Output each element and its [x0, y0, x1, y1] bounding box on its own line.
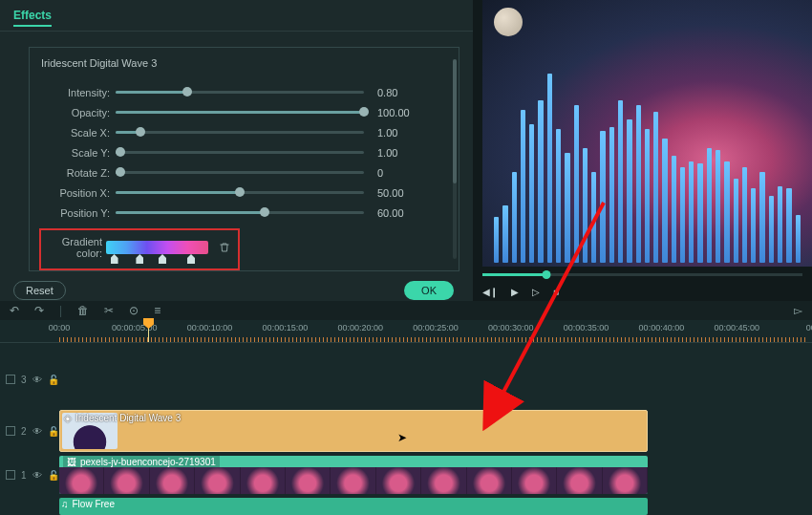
prop-label: Scale Y:	[39, 147, 116, 159]
tab-effects[interactable]: Effects	[13, 6, 52, 27]
clip-effect[interactable]: ◈Iridescent Digital Wave 3	[59, 410, 648, 452]
time-label: 00:00:20:00	[337, 323, 383, 333]
prop-value: 60.00	[377, 207, 425, 219]
prop-label: Scale X:	[39, 127, 116, 139]
lock-icon[interactable]: 🔓	[48, 375, 59, 385]
moon-graphic	[494, 8, 523, 36]
time-label: 00:00:15:00	[263, 323, 309, 333]
track-toggle-icon[interactable]	[6, 375, 15, 384]
prop-value: 1.00	[377, 147, 425, 159]
eye-icon[interactable]: 👁	[32, 470, 42, 481]
prev-frame-icon[interactable]: ◀❙	[482, 287, 498, 297]
gradient-color-control[interactable]: Gradient color:	[39, 228, 240, 270]
gradient-stop[interactable]	[187, 254, 195, 264]
time-label: 00:00:10:00	[187, 323, 233, 333]
time-label: 00:00:45:00	[714, 323, 759, 333]
video-preview	[482, 0, 812, 267]
eye-icon[interactable]: 👁	[32, 426, 42, 437]
vdiv: |	[59, 304, 62, 317]
play-icon[interactable]: ▶	[511, 287, 519, 297]
clip-effect-label: Iridescent Digital Wave 3	[75, 413, 181, 423]
prop-label: Position Y:	[39, 207, 116, 219]
lock-icon[interactable]: 🔓	[48, 470, 59, 481]
prop-label: Intensity:	[39, 87, 116, 98]
panel-scrollbar[interactable]	[453, 59, 457, 259]
playhead[interactable]	[148, 320, 149, 342]
prop-value: 50.00	[377, 187, 425, 199]
time-ruler[interactable]: 00:0000:00:05:0000:00:10:0000:00:15:0000…	[0, 320, 812, 343]
time-label: 00:00	[49, 323, 71, 333]
cut-icon[interactable]: ✂	[104, 304, 114, 317]
time-label: 00:00:35:00	[564, 323, 609, 333]
delete-icon[interactable]: 🗑	[77, 304, 89, 317]
track-toggle-icon[interactable]	[6, 470, 15, 480]
effect-clip-icon: ◈	[64, 413, 72, 423]
delete-gradient-icon[interactable]	[218, 241, 230, 254]
gradient-bar[interactable]	[106, 241, 208, 254]
slider-scalex[interactable]	[116, 131, 364, 134]
expand-timeline-icon[interactable]: ▻	[794, 304, 802, 317]
lock-icon[interactable]: 🔓	[48, 426, 59, 437]
gradient-stop[interactable]	[111, 254, 118, 264]
track-number: 1	[21, 470, 27, 481]
effect-title: Iridescent Digital Wave 3	[41, 57, 453, 69]
speed-icon[interactable]: ⊙	[129, 304, 139, 317]
time-label: 00:	[806, 323, 812, 333]
play-forward-icon[interactable]: ▷	[532, 287, 540, 297]
track-number: 3	[21, 375, 27, 385]
prop-label: Opacity:	[39, 107, 116, 118]
clip-audio-label: Flow Free	[73, 499, 115, 509]
slider-scaley[interactable]	[116, 151, 364, 154]
eye-icon[interactable]: 👁	[32, 375, 42, 385]
timeline: 00:0000:00:05:0000:00:10:0000:00:15:0000…	[0, 320, 812, 515]
track-toggle-icon[interactable]	[6, 426, 15, 436]
reset-button[interactable]: Reset	[13, 281, 66, 300]
music-clip-icon: ♫	[61, 499, 69, 509]
time-label: 00:00:40:00	[639, 323, 685, 333]
stop-icon[interactable]: ■	[553, 287, 559, 297]
effect-properties-panel: Iridescent Digital Wave 3 Intensity:0.80…	[29, 47, 459, 271]
clip-video-label: pexels-jv-buenconcejo-2719301	[80, 457, 216, 467]
image-clip-icon: 🖼	[67, 457, 76, 467]
track-number: 2	[21, 426, 27, 437]
clip-video[interactable]: 🖼pexels-jv-buenconcejo-2719301	[59, 456, 648, 494]
redo-icon[interactable]: ↷	[34, 304, 44, 317]
prop-value: 0.80	[377, 87, 425, 98]
prop-value: 0	[377, 167, 425, 179]
gradient-stop[interactable]	[136, 254, 143, 264]
prop-label: Position X:	[39, 187, 116, 199]
ok-button[interactable]: OK	[404, 281, 454, 300]
slider-opacity[interactable]	[116, 111, 364, 114]
prop-value: 100.00	[377, 107, 425, 118]
slider-positiony[interactable]	[116, 211, 364, 214]
time-label: 00:00:25:00	[413, 323, 459, 333]
slider-positionx[interactable]	[116, 191, 364, 194]
time-label: 00:00:30:00	[488, 323, 534, 333]
audio-visualizer-bars	[494, 53, 801, 263]
gradient-label: Gradient color:	[45, 236, 106, 259]
prop-value: 1.00	[377, 127, 425, 139]
gradient-stop[interactable]	[159, 254, 166, 264]
prop-label: Rotate Z:	[39, 167, 116, 179]
slider-intensity[interactable]	[116, 91, 364, 94]
preview-progress[interactable]	[482, 273, 802, 276]
slider-rotatez[interactable]	[116, 171, 364, 174]
list-icon[interactable]: ≡	[154, 304, 160, 317]
undo-icon[interactable]: ↶	[10, 304, 19, 317]
clip-audio[interactable]: ♫Flow Free	[59, 498, 648, 515]
timeline-toolbar: ↶ ↷ | 🗑 ✂ ⊙ ≡ ▻	[0, 301, 812, 320]
